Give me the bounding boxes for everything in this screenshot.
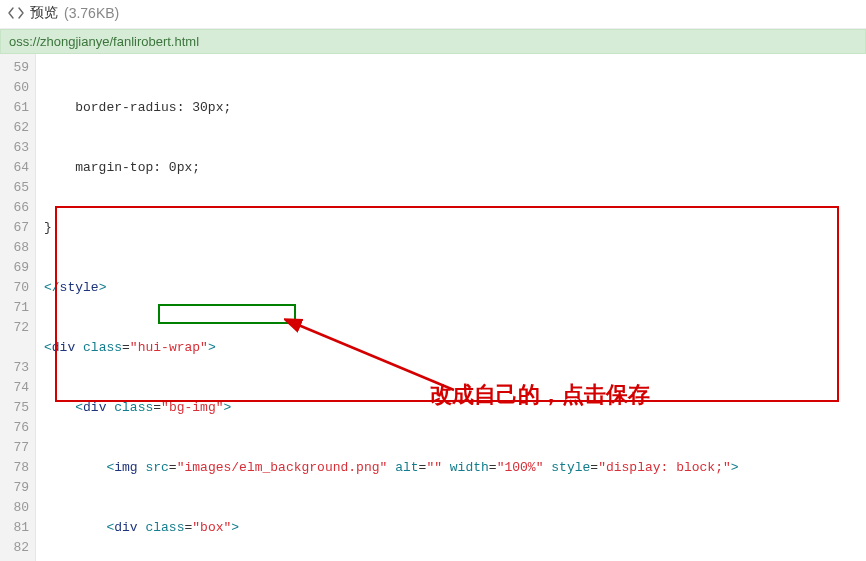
line-number: 72 <box>0 318 35 338</box>
code-area: 5960616263646566676869707172737475767778… <box>0 54 866 561</box>
tag: img <box>114 460 137 475</box>
str: hui-wrap <box>138 340 200 355</box>
line-number: 78 <box>0 458 35 478</box>
url-bar[interactable]: oss://zhongjianye/fanlirobert.html <box>0 29 866 54</box>
line-number: 69 <box>0 258 35 278</box>
line-number: 73 <box>0 358 35 378</box>
css-prop: border-radius <box>75 100 176 115</box>
line-number: 65 <box>0 178 35 198</box>
tag: div <box>83 400 106 415</box>
css-val: 0px <box>169 160 192 175</box>
line-number: 71 <box>0 298 35 318</box>
line-number: 68 <box>0 238 35 258</box>
line-number: 77 <box>0 438 35 458</box>
line-number: 62 <box>0 118 35 138</box>
attr: class <box>114 400 153 415</box>
tag: div <box>114 520 137 535</box>
line-number: 70 <box>0 278 35 298</box>
css-prop: margin-top <box>75 160 153 175</box>
tag: style <box>60 280 99 295</box>
line-number: 76 <box>0 418 35 438</box>
code-content[interactable]: border-radius: 30px; margin-top: 0px; } … <box>36 54 866 561</box>
code-icon <box>8 5 24 21</box>
attr: class <box>83 340 122 355</box>
line-number: 79 <box>0 478 35 498</box>
line-number: 60 <box>0 78 35 98</box>
line-number <box>0 338 35 358</box>
line-number: 66 <box>0 198 35 218</box>
css-val: 30px <box>192 100 223 115</box>
line-number: 59 <box>0 58 35 78</box>
line-number-gutter: 5960616263646566676869707172737475767778… <box>0 54 36 561</box>
line-number: 80 <box>0 498 35 518</box>
line-number: 75 <box>0 398 35 418</box>
brace: } <box>44 220 52 235</box>
line-number: 63 <box>0 138 35 158</box>
line-number: 61 <box>0 98 35 118</box>
file-size: (3.76KB) <box>64 5 119 21</box>
line-number: 67 <box>0 218 35 238</box>
str: bg-img <box>169 400 216 415</box>
line-number: 64 <box>0 158 35 178</box>
line-number: 82 <box>0 538 35 558</box>
preview-header: 预览 (3.76KB) <box>0 0 866 29</box>
tag: div <box>52 340 75 355</box>
line-number: 74 <box>0 378 35 398</box>
line-number: 81 <box>0 518 35 538</box>
preview-title: 预览 <box>30 4 58 22</box>
